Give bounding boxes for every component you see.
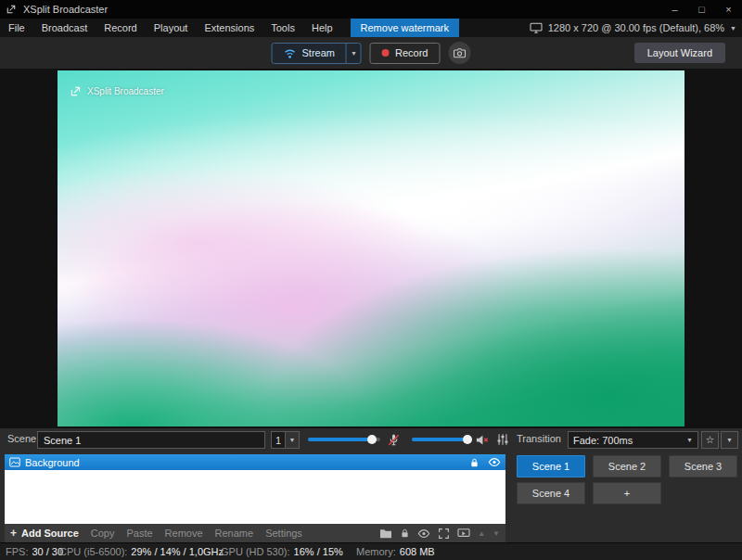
- chevron-down-icon: ▼: [686, 437, 693, 443]
- watermark-text: XSplit Broadcaster: [87, 86, 164, 96]
- speaker-mute-button[interactable]: [472, 430, 491, 449]
- transition-dropdown[interactable]: Fade: 700ms ▼: [568, 431, 698, 449]
- speaker-volume-slider[interactable]: [412, 438, 469, 441]
- cpu-value: 29% / 14% / 1,0GHz: [131, 546, 224, 557]
- microphone-muted-icon: [387, 433, 401, 447]
- gpu-stat: GPU (HD 530): 16% / 15%: [221, 546, 343, 557]
- scene-label: Scene: [7, 433, 36, 444]
- slider-handle[interactable]: [463, 435, 472, 444]
- output-resolution-text: 1280 x 720 @ 30.00 fps (Default), 68%: [548, 22, 724, 33]
- rename-button[interactable]: Rename: [215, 528, 254, 539]
- menubar: File Broadcast Record Playout Extensions…: [0, 19, 742, 37]
- record-button-label: Record: [395, 47, 428, 58]
- maximize-button[interactable]: □: [688, 0, 715, 19]
- window-title: XSplit Broadcaster: [23, 4, 108, 15]
- lock-icon[interactable]: [400, 528, 410, 539]
- transition-favorite-button[interactable]: ☆: [701, 431, 719, 449]
- scene-preview[interactable]: XSplit Broadcaster: [58, 70, 684, 426]
- chevron-down-icon: ▼: [351, 50, 357, 57]
- close-button[interactable]: ×: [715, 0, 742, 19]
- menu-file[interactable]: File: [0, 19, 33, 37]
- stream-options-button[interactable]: ▼: [346, 44, 361, 63]
- window-controls: – □ ×: [661, 0, 742, 19]
- lock-icon[interactable]: [469, 457, 480, 468]
- gpu-label: GPU (HD 530):: [221, 546, 290, 557]
- sources-list[interactable]: Background: [5, 454, 505, 524]
- memory-stat: Memory: 608 MB: [356, 546, 435, 557]
- menu-extensions[interactable]: Extensions: [196, 19, 262, 37]
- stream-button[interactable]: Stream: [273, 44, 346, 63]
- cpu-stat: CPU (i5-6500): 29% / 14% / 1,0GHz: [59, 546, 224, 557]
- scene-button-1[interactable]: Scene 1: [517, 455, 585, 477]
- microphone-volume-slider[interactable]: [308, 438, 380, 441]
- memory-label: Memory:: [356, 546, 396, 557]
- record-button[interactable]: Record: [370, 43, 440, 64]
- xsplit-window: XSplit Broadcaster – □ × File Broadcast …: [0, 0, 742, 560]
- transition-value: Fade: 700ms: [573, 435, 633, 446]
- plus-icon: +: [10, 527, 17, 540]
- wifi-icon: [284, 47, 297, 59]
- scene-preset-value[interactable]: 1: [271, 431, 286, 449]
- menu-playout[interactable]: Playout: [146, 19, 197, 37]
- move-down-icon[interactable]: ▼: [493, 529, 500, 538]
- statusbar: FPS: 30 / 30 CPU (i5-6500): 29% / 14% / …: [0, 542, 742, 560]
- scene-preset-dropdown[interactable]: ▼: [286, 431, 300, 449]
- speaker-muted-icon: [475, 433, 489, 447]
- remove-button[interactable]: Remove: [165, 528, 203, 539]
- transition-options-button[interactable]: ▼: [721, 431, 738, 449]
- paste-button[interactable]: Paste: [126, 528, 152, 539]
- menu-broadcast[interactable]: Broadcast: [33, 19, 96, 37]
- folder-icon[interactable]: [379, 528, 392, 539]
- settings-button[interactable]: Settings: [265, 528, 302, 539]
- cpu-label: CPU (i5-6500):: [59, 546, 127, 557]
- image-source-icon: [9, 457, 20, 467]
- memory-value: 608 MB: [400, 546, 435, 557]
- visibility-eye-icon[interactable]: [488, 457, 501, 467]
- record-dot-icon: [382, 49, 390, 57]
- fps-label: FPS:: [6, 546, 28, 557]
- sources-toolbar: + Add Source Copy Paste Remove Rename Se…: [5, 524, 505, 542]
- scene-button-2[interactable]: Scene 2: [593, 455, 661, 477]
- chevron-down-icon: ▼: [726, 437, 733, 443]
- move-up-icon[interactable]: ▲: [478, 529, 485, 538]
- xsplit-watermark: XSplit Broadcaster: [70, 85, 164, 97]
- xsplit-logo-icon: [6, 4, 17, 15]
- minimize-button[interactable]: –: [661, 0, 688, 19]
- scene-name-input[interactable]: [37, 431, 265, 449]
- scene-button-3[interactable]: Scene 3: [669, 455, 737, 477]
- microphone-mute-button[interactable]: [384, 430, 403, 449]
- transition-label: Transition: [517, 433, 561, 444]
- copy-button[interactable]: Copy: [91, 528, 115, 539]
- xsplit-logo-icon: [70, 85, 82, 97]
- camera-icon: [453, 47, 466, 58]
- chevron-down-icon: ▼: [289, 437, 296, 443]
- hide-all-eye-icon[interactable]: [417, 528, 430, 539]
- gpu-value: 16% / 15%: [294, 546, 343, 557]
- scene-button-4[interactable]: Scene 4: [517, 482, 585, 504]
- source-row-icons: [469, 457, 501, 468]
- stream-button-group: Stream ▼: [272, 43, 362, 64]
- add-source-button[interactable]: + Add Source: [10, 527, 79, 540]
- monitor-icon: [530, 22, 543, 33]
- slider-handle[interactable]: [367, 435, 377, 444]
- titlebar: XSplit Broadcaster – □ ×: [0, 0, 742, 19]
- screenshot-button[interactable]: [448, 42, 470, 64]
- sources-toolbar-icons: ▲ ▼: [379, 528, 500, 540]
- mixer-icon: [496, 433, 509, 446]
- fit-to-screen-icon[interactable]: [438, 528, 450, 540]
- layout-wizard-button[interactable]: Layout Wizard: [634, 43, 725, 63]
- remove-watermark-button[interactable]: Remove watermark: [351, 19, 459, 37]
- menu-record[interactable]: Record: [96, 19, 145, 37]
- output-resolution-selector[interactable]: 1280 x 720 @ 30.00 fps (Default), 68% ▼: [530, 19, 736, 37]
- audio-mixer-button[interactable]: [493, 430, 512, 449]
- source-name: Background: [25, 457, 80, 468]
- source-row-background[interactable]: Background: [5, 454, 505, 470]
- projector-icon[interactable]: [457, 528, 470, 539]
- add-scene-button[interactable]: +: [593, 482, 661, 504]
- bottom-panel: Scene 1 ▼ Transition Fade: 700ms ▼ ☆ ▼: [0, 428, 742, 542]
- menu-help[interactable]: Help: [303, 19, 341, 37]
- menu-tools[interactable]: Tools: [262, 19, 303, 37]
- chevron-down-icon: ▼: [730, 25, 736, 32]
- broadcast-controls: Stream ▼ Record: [272, 42, 471, 64]
- main-toolbar: Stream ▼ Record Layout Wizard: [0, 37, 742, 69]
